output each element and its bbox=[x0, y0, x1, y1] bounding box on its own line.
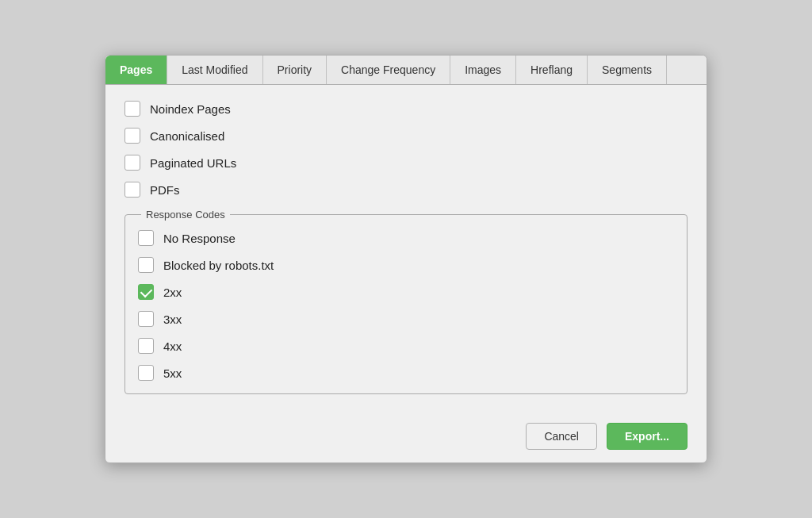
canonicalised-checkbox[interactable] bbox=[124, 128, 140, 144]
noindex-pages-item[interactable]: Noindex Pages bbox=[124, 101, 688, 117]
tab-segments[interactable]: Segments bbox=[588, 56, 667, 84]
4xx-item[interactable]: 4xx bbox=[138, 338, 674, 354]
no-response-checkbox[interactable] bbox=[138, 230, 154, 246]
no-response-item[interactable]: No Response bbox=[138, 230, 674, 246]
5xx-label: 5xx bbox=[163, 366, 182, 380]
4xx-label: 4xx bbox=[163, 340, 182, 353]
cancel-button[interactable]: Cancel bbox=[526, 423, 597, 450]
tab-pages[interactable]: Pages bbox=[105, 56, 167, 84]
paginated-urls-item[interactable]: Paginated URLs bbox=[124, 155, 688, 171]
tab-hreflang[interactable]: Hreflang bbox=[516, 56, 588, 84]
3xx-label: 3xx bbox=[163, 313, 182, 326]
3xx-item[interactable]: 3xx bbox=[138, 311, 674, 327]
footer: Cancel Export... bbox=[105, 410, 707, 462]
pdfs-checkbox[interactable] bbox=[124, 182, 140, 198]
pdfs-item[interactable]: PDFs bbox=[124, 182, 688, 198]
pdfs-label: PDFs bbox=[150, 183, 180, 197]
5xx-checkbox[interactable] bbox=[138, 365, 154, 381]
noindex-pages-checkbox[interactable] bbox=[124, 101, 140, 117]
paginated-urls-label: Paginated URLs bbox=[150, 156, 236, 170]
2xx-label: 2xx bbox=[163, 286, 182, 299]
blocked-robots-item[interactable]: Blocked by robots.txt bbox=[138, 257, 674, 273]
no-response-label: No Response bbox=[163, 232, 236, 245]
dialog: Pages Last Modified Priority Change Freq… bbox=[105, 55, 707, 463]
paginated-urls-checkbox[interactable] bbox=[124, 155, 140, 171]
4xx-checkbox[interactable] bbox=[138, 338, 154, 354]
tab-images[interactable]: Images bbox=[450, 56, 516, 84]
blocked-robots-checkbox[interactable] bbox=[138, 257, 154, 273]
response-codes-legend: Response Codes bbox=[141, 209, 230, 221]
blocked-robots-label: Blocked by robots.txt bbox=[163, 259, 274, 272]
canonicalised-item[interactable]: Canonicalised bbox=[124, 128, 688, 144]
tab-priority[interactable]: Priority bbox=[263, 56, 327, 84]
2xx-item[interactable]: 2xx bbox=[138, 284, 674, 300]
tab-last-modified[interactable]: Last Modified bbox=[167, 56, 262, 84]
content-area: Noindex Pages Canonicalised Paginated UR… bbox=[105, 85, 707, 410]
canonicalised-label: Canonicalised bbox=[150, 129, 224, 143]
tab-bar: Pages Last Modified Priority Change Freq… bbox=[105, 56, 707, 85]
2xx-checkbox[interactable] bbox=[138, 284, 154, 300]
3xx-checkbox[interactable] bbox=[138, 311, 154, 327]
export-button[interactable]: Export... bbox=[607, 423, 688, 450]
response-codes-group: Response Codes No Response Blocked by ro… bbox=[124, 209, 688, 394]
noindex-pages-label: Noindex Pages bbox=[150, 102, 231, 116]
tab-change-frequency[interactable]: Change Frequency bbox=[327, 56, 450, 84]
5xx-item[interactable]: 5xx bbox=[138, 365, 674, 381]
